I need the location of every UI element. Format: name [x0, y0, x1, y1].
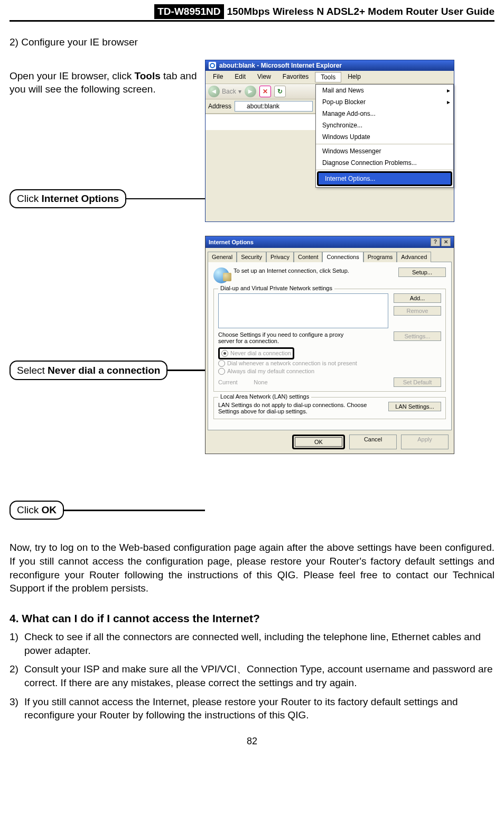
setup-text: To set up an Internet connection, click …	[234, 267, 349, 274]
remove-button[interactable]: Remove	[394, 306, 441, 316]
tools-dropdown: Mail and News Pop-up Blocker Manage Add-…	[315, 84, 454, 188]
ie-toolbar: ◄Back ▾ ► ✕ ↻	[206, 84, 315, 99]
menu-help[interactable]: Help	[342, 72, 366, 82]
back-button[interactable]: ◄Back ▾	[208, 86, 241, 97]
lan-settings-button[interactable]: LAN Settings...	[388, 402, 441, 411]
ie-menubar: File Edit View Favorites Tools Help	[206, 71, 454, 84]
group-dialup-title: Dial-up and Virtual Private Network sett…	[218, 285, 334, 291]
setup-button[interactable]: Setup...	[398, 267, 446, 277]
menu-item-sync[interactable]: Synchronize...	[316, 119, 453, 131]
highlight-internet-options: Internet Options...	[317, 171, 452, 186]
tab-advanced[interactable]: Advanced	[397, 252, 431, 262]
menu-item-popup[interactable]: Pop-up Blocker	[316, 96, 453, 108]
post-config-paragraph: Now, try to log on to the Web-based conf…	[10, 541, 494, 595]
page-icon	[237, 103, 245, 110]
address-field[interactable]: about:blank	[235, 101, 313, 112]
highlight-never-dial: Never dial a connection	[218, 347, 294, 359]
menu-item-internet-options[interactable]: Internet Options...	[319, 173, 451, 184]
ie-window: about:blank - Microsoft Internet Explore…	[205, 60, 454, 222]
step-2-label: 2) Configure your IE browser	[10, 35, 494, 49]
io-tabs: General Security Privacy Content Connect…	[206, 248, 454, 262]
close-button[interactable]: ✕	[441, 238, 451, 246]
group-dialup: Dial-up and Virtual Private Network sett…	[213, 289, 446, 392]
ie-title-text: about:blank - Microsoft Internet Explore…	[219, 62, 342, 69]
menu-item-mail[interactable]: Mail and News	[316, 85, 453, 96]
callout-internet-options: Click Internet Options	[10, 189, 126, 208]
radio-always-dial[interactable]: Always dial my default connection	[218, 367, 441, 375]
forward-button[interactable]: ►	[245, 86, 256, 97]
tab-security[interactable]: Security	[237, 252, 266, 262]
callout-connector-3	[64, 510, 205, 511]
section-4-heading: 4. What can I do if I cannot access the …	[10, 612, 494, 625]
list-number: 3)	[10, 695, 24, 722]
io-footer: OK Cancel Apply	[206, 430, 454, 454]
address-bar: Address about:blank	[206, 99, 315, 114]
intro-text-b: Tools	[135, 70, 161, 81]
page-header: TD-W8951ND 150Mbps Wireless N ADSL2+ Mod…	[10, 4, 494, 22]
settings-button[interactable]: Settings...	[394, 331, 441, 341]
menu-item-wm[interactable]: Windows Messenger	[316, 145, 453, 157]
callout-connector	[126, 198, 205, 200]
group-lan: Local Area Network (LAN) settings LAN Se…	[213, 397, 446, 419]
callout-ok: Click OK	[10, 501, 64, 520]
address-value: about:blank	[247, 103, 279, 110]
ie-content-area	[206, 114, 315, 130]
page-number: 82	[10, 736, 494, 747]
menu-item-wu[interactable]: Windows Update	[316, 131, 453, 143]
list-item-3: 3) If you still cannot access the Intern…	[10, 695, 494, 722]
menu-favorites[interactable]: Favorites	[277, 72, 314, 82]
menu-view[interactable]: View	[252, 72, 276, 82]
current-value: None	[254, 379, 267, 385]
refresh-button[interactable]: ↻	[274, 86, 286, 97]
dialup-listbox[interactable]	[218, 293, 388, 328]
menu-tools[interactable]: Tools	[315, 72, 341, 82]
address-label: Address	[208, 103, 231, 110]
ie-titlebar: about:blank - Microsoft Internet Explore…	[206, 60, 454, 71]
radio-dot-checked	[221, 350, 228, 357]
io-title-text: Internet Options	[209, 239, 254, 245]
internet-options-dialog: Internet Options ?✕ General Security Pri…	[205, 236, 454, 454]
model-badge: TD-W8951ND	[154, 4, 223, 19]
list-number: 1)	[10, 630, 24, 657]
globe-icon	[213, 267, 229, 283]
tab-programs[interactable]: Programs	[363, 252, 397, 262]
current-label: Current	[218, 379, 238, 385]
tab-general[interactable]: General	[208, 252, 237, 262]
radio-dot	[218, 368, 225, 375]
menu-item-addons[interactable]: Manage Add-ons...	[316, 108, 453, 119]
group-lan-title: Local Area Network (LAN) settings	[218, 393, 311, 400]
list-text: Consult your ISP and make sure all the V…	[24, 662, 494, 689]
proxy-text: Choose Settings if you need to configure…	[218, 331, 361, 344]
set-default-button[interactable]: Set Default	[394, 377, 441, 387]
apply-button[interactable]: Apply	[401, 435, 449, 449]
radio-dot	[218, 360, 225, 367]
add-button[interactable]: Add...	[394, 293, 441, 303]
lan-text: LAN Settings do not apply to dial-up con…	[218, 402, 371, 414]
ok-button[interactable]: OK	[295, 437, 342, 447]
io-titlebar: Internet Options ?✕	[206, 236, 454, 248]
intro-text-a: Open your IE browser, click	[10, 70, 135, 81]
tab-privacy[interactable]: Privacy	[266, 252, 294, 262]
list-text: If you still cannot access the Internet,…	[24, 695, 494, 722]
stop-button[interactable]: ✕	[259, 86, 271, 97]
callout-connector-2	[167, 370, 205, 371]
menu-file[interactable]: File	[208, 72, 228, 82]
cancel-button[interactable]: Cancel	[349, 435, 397, 449]
callout-never-dial: Select Never dial a connection	[10, 361, 167, 381]
tab-connections[interactable]: Connections	[322, 252, 363, 262]
intro-paragraph: Open your IE browser, click Tools tab an…	[10, 69, 205, 96]
highlight-ok: OK	[292, 435, 345, 449]
menu-item-diag[interactable]: Diagnose Connection Problems...	[316, 157, 453, 169]
list-text: Check to see if all the connectors are c…	[24, 630, 494, 657]
menu-edit[interactable]: Edit	[229, 72, 251, 82]
guide-title: 150Mbps Wireless N ADSL2+ Modem Router U…	[227, 4, 494, 19]
list-number: 2)	[10, 662, 24, 689]
list-item-2: 2) Consult your ISP and make sure all th…	[10, 662, 494, 689]
tab-content[interactable]: Content	[294, 252, 323, 262]
ie-icon	[209, 62, 216, 69]
help-button[interactable]: ?	[431, 238, 440, 246]
radio-dial-whenever[interactable]: Dial whenever a network connection is no…	[218, 359, 441, 367]
radio-never-dial[interactable]: Never dial a connection	[221, 349, 291, 357]
list-item-1: 1) Check to see if all the connectors ar…	[10, 630, 494, 657]
